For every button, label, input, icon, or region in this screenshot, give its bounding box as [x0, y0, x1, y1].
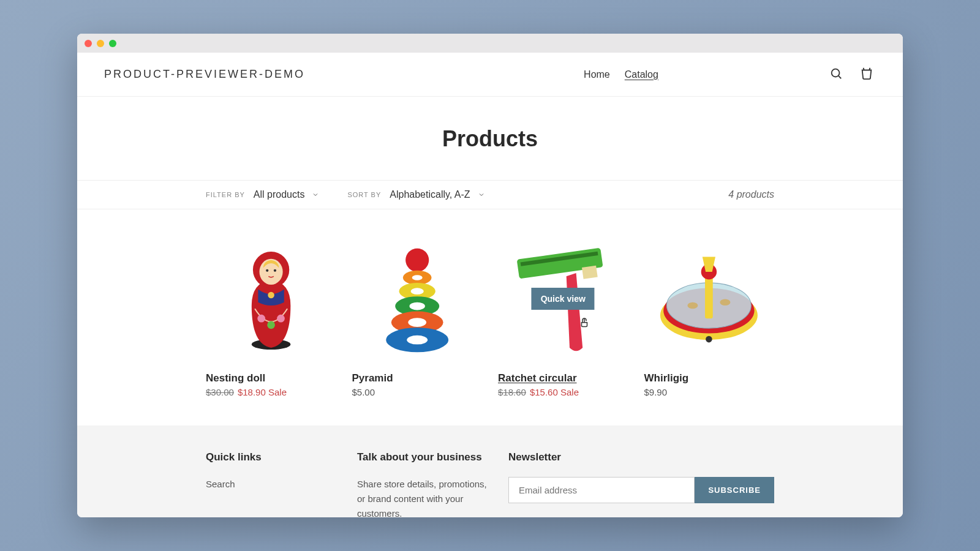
- footer-newsletter: Newsletter SUBSCRIBE: [508, 451, 774, 517]
- svg-point-7: [268, 291, 274, 298]
- product-name: Nesting doll: [206, 372, 336, 384]
- newsletter-form: SUBSCRIBE: [508, 477, 774, 503]
- browser-window: PRODUCT-PREVIEWER-DEMO Home Catalog Prod…: [77, 34, 903, 517]
- product-name: Ratchet circular: [498, 372, 628, 384]
- maximize-window-button[interactable]: [109, 40, 116, 47]
- product-card[interactable]: Quick view Ratchet circular $18.60$15.60…: [498, 234, 628, 397]
- product-count: 4 products: [728, 189, 774, 200]
- product-card[interactable]: Nesting doll $30.00$18.90 Sale: [206, 234, 336, 397]
- footer-heading: Newsletter: [508, 451, 774, 463]
- cursor-icon: [579, 316, 590, 331]
- header-actions: [827, 64, 876, 84]
- product-name: Whirligig: [644, 372, 775, 384]
- cart-icon[interactable]: [858, 64, 876, 84]
- footer-link-search[interactable]: Search: [206, 479, 235, 489]
- filter-by-label: FILTER BY: [206, 191, 245, 198]
- svg-rect-32: [705, 273, 713, 318]
- svg-point-31: [720, 299, 731, 305]
- quick-view-button[interactable]: Quick view: [532, 288, 595, 310]
- product-image: [644, 234, 775, 364]
- svg-point-0: [832, 69, 840, 77]
- svg-line-1: [839, 76, 841, 78]
- svg-point-8: [257, 314, 265, 322]
- filter-by-select[interactable]: All products: [254, 189, 320, 200]
- svg-point-34: [706, 335, 712, 342]
- product-card[interactable]: Pyramid $5.00: [352, 234, 483, 397]
- nav-home[interactable]: Home: [584, 69, 610, 80]
- svg-point-6: [273, 269, 276, 271]
- email-field[interactable]: [508, 477, 695, 503]
- footer-about-text: Share store details, promotions, or bran…: [357, 477, 490, 517]
- product-grid: Nesting doll $30.00$18.90 Sale: [77, 209, 903, 425]
- svg-point-9: [267, 321, 275, 329]
- product-image: [352, 234, 483, 364]
- main-nav: Home Catalog: [473, 69, 658, 80]
- product-image: [206, 234, 336, 364]
- sort-by-group: SORT BY Alphabetically, A-Z: [347, 189, 484, 200]
- svg-point-19: [408, 318, 426, 327]
- chevron-down-icon: [478, 191, 485, 198]
- page-content: PRODUCT-PREVIEWER-DEMO Home Catalog Prod…: [77, 53, 903, 517]
- product-price: $5.00: [352, 387, 483, 397]
- product-name: Pyramid: [352, 372, 483, 384]
- subscribe-button[interactable]: SUBSCRIBE: [695, 477, 774, 503]
- footer-quicklinks: Quick links Search: [206, 451, 339, 517]
- nav-catalog[interactable]: Catalog: [625, 69, 658, 80]
- svg-point-13: [412, 275, 422, 280]
- svg-point-17: [409, 302, 424, 310]
- site-header: PRODUCT-PREVIEWER-DEMO Home Catalog: [77, 53, 903, 97]
- sort-by-select[interactable]: Alphabetically, A-Z: [390, 189, 484, 200]
- svg-point-5: [266, 269, 268, 271]
- svg-point-11: [405, 248, 429, 271]
- product-image: Quick view: [498, 234, 628, 364]
- svg-point-10: [277, 314, 285, 322]
- site-footer: Quick links Search Talk about your busin…: [77, 425, 903, 517]
- svg-point-21: [407, 335, 428, 344]
- footer-heading: Talk about your business: [357, 451, 490, 463]
- close-window-button[interactable]: [85, 40, 92, 47]
- site-logo[interactable]: PRODUCT-PREVIEWER-DEMO: [104, 68, 305, 81]
- filter-bar: FILTER BY All products SORT BY Alphabeti…: [77, 180, 903, 209]
- product-card[interactable]: Whirligig $9.90: [644, 234, 775, 397]
- minimize-window-button[interactable]: [97, 40, 104, 47]
- page-title: Products: [77, 97, 903, 180]
- footer-about: Talk about your business Share store det…: [357, 451, 490, 517]
- sort-by-label: SORT BY: [347, 191, 381, 198]
- search-icon[interactable]: [827, 64, 845, 84]
- svg-rect-24: [582, 265, 598, 279]
- product-price: $9.90: [644, 387, 775, 397]
- product-price: $18.60$15.60 Sale: [498, 387, 628, 397]
- svg-point-30: [688, 302, 698, 309]
- footer-heading: Quick links: [206, 451, 339, 463]
- product-price: $30.00$18.90 Sale: [206, 387, 336, 397]
- titlebar: [77, 34, 903, 53]
- svg-point-15: [410, 288, 423, 294]
- chevron-down-icon: [312, 191, 319, 198]
- filter-by-group: FILTER BY All products: [206, 189, 319, 200]
